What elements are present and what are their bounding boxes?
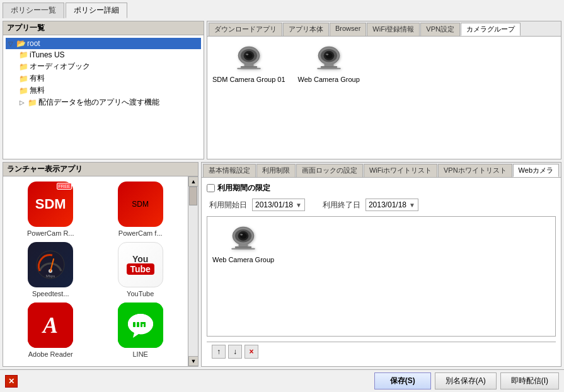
svg-rect-25 (137, 322, 139, 327)
footer: ✕ 保存(S) 別名保存(A) 即時配信(I) (0, 369, 564, 392)
start-date-input[interactable]: 2013/01/18 ▼ (252, 199, 305, 211)
tree-label-root: root (27, 39, 40, 48)
detail-tab-usage[interactable]: 利用制限 (256, 164, 296, 177)
folder-icon-itunes (18, 50, 28, 60)
move-up-button[interactable]: ↑ (212, 345, 226, 359)
svg-rect-28 (144, 322, 146, 327)
tab-camera-group[interactable]: カメラグループ (461, 23, 521, 36)
tab-wifi-info[interactable]: WiFi登録情報 (367, 23, 420, 36)
webcam-action-bar: ↑ ↓ × (207, 342, 556, 361)
detail-tab-webcam[interactable]: Webカメラ (513, 164, 559, 177)
app-item-line[interactable]: LINE (98, 303, 182, 358)
tab-browser[interactable]: Browser (330, 23, 366, 36)
launcher-title: ランチャー表示アプリ (3, 163, 198, 176)
detail-tab-screen-lock[interactable]: 画面ロックの設定 (296, 164, 363, 177)
app-icon-line (118, 303, 163, 348)
usage-restriction-checkbox[interactable] (207, 184, 215, 192)
send-button[interactable]: 即時配信(I) (500, 372, 559, 389)
scroll-up-arrow[interactable]: ▲ (188, 176, 198, 187)
app-item-powercam-f[interactable]: SDM PowerCam f... (98, 182, 182, 237)
close-red-button[interactable]: ✕ (5, 375, 18, 388)
svg-rect-5 (244, 64, 253, 66)
tab-policy-list[interactable]: ポリシー一覧 (3, 3, 64, 18)
start-date-value: 2013/01/18 (255, 200, 293, 209)
tab-policy-detail[interactable]: ポリシー詳細 (66, 3, 127, 18)
bottom-section: ランチャー表示アプリ FREE SDM PowerCam R... (3, 162, 561, 367)
tree-children-root: iTunes US オーディオブック 有料 無料 (6, 49, 201, 108)
app-name-powercam-r: PowerCam R... (27, 229, 74, 237)
folder-icon-paid (18, 74, 28, 84)
save-as-button[interactable]: 別名保存(A) (435, 372, 497, 389)
launcher-panel: ランチャー表示アプリ FREE SDM PowerCam R... (3, 162, 199, 367)
tree-item-paid[interactable]: 有料 (17, 72, 201, 84)
app-item-speedtest[interactable]: Mbps Speedtest... (8, 242, 93, 297)
svg-rect-36 (231, 248, 255, 250)
app-item-powercam-r[interactable]: FREE SDM PowerCam R... (8, 182, 93, 237)
tree-item-free[interactable]: 無料 (17, 84, 201, 96)
webcam-camera-group-item[interactable]: Web Camera Group (212, 222, 274, 331)
app-icon-powercam-r: FREE SDM (28, 182, 73, 227)
save-button[interactable]: 保存(S) (374, 372, 431, 389)
svg-point-12 (326, 54, 328, 55)
end-date-input[interactable]: 2013/01/18 ▼ (365, 199, 418, 211)
folder-open-icon-root (16, 38, 26, 49)
start-date-dropdown-icon[interactable]: ▼ (296, 202, 302, 209)
app-item-youtube[interactable]: You Tube YouTube (98, 242, 182, 297)
camera-groups-content: SDM Camera Group 01 (207, 37, 561, 159)
tree-item-root[interactable]: ▽ root (6, 38, 201, 49)
usage-restriction-label: 利用期間の限定 (217, 183, 270, 193)
camera-icon-sdm01 (230, 42, 268, 73)
end-date-dropdown-icon[interactable]: ▼ (409, 202, 415, 209)
detail-tab-basic[interactable]: 基本情報設定 (203, 164, 256, 177)
tree-item-audiobook[interactable]: オーディオブック (17, 61, 201, 72)
tree-label-paid: 有料 (30, 73, 45, 84)
camera-group-sdm01[interactable]: SDM Camera Group 01 (212, 42, 285, 154)
app-list-panel: アプリ一覧 ▽ root iTunes US (3, 21, 204, 159)
detail-tab-vpn-whitelist[interactable]: VPNホワイトリスト (438, 164, 512, 177)
folder-icon-free (18, 86, 28, 96)
app-icon-adobe: A (28, 303, 73, 348)
webcam-detail-content: 利用期間の限定 利用開始日 2013/01/18 ▼ 利用終了日 2013/01… (202, 178, 561, 366)
app-icon-powercam-f: SDM (118, 182, 163, 227)
app-name-powercam-f: PowerCam f... (118, 229, 163, 237)
tab-download-app[interactable]: ダウンロードアプリ (209, 23, 282, 36)
tab-vpn-settings[interactable]: VPN設定 (420, 23, 460, 36)
tree-item-itunes[interactable]: iTunes US (17, 49, 201, 61)
tree-label-free: 無料 (30, 85, 45, 96)
tree-content: ▽ root iTunes US オーディオブック (3, 35, 204, 159)
scroll-track (188, 205, 198, 356)
tree-item-distribute[interactable]: ▷ 配信データを他のアプリへ渡す機能 (17, 96, 201, 108)
usage-restriction-row: 利用期間の限定 (207, 183, 556, 193)
app-icon-speedtest: Mbps (28, 242, 73, 287)
expand-icon-root: ▽ (7, 40, 14, 47)
svg-rect-24 (133, 322, 135, 327)
webcam-camera-list: Web Camera Group (207, 216, 556, 337)
camera-label-sdm01: SDM Camera Group 01 (212, 76, 285, 83)
expand-icon-distribute: ▷ (18, 99, 26, 107)
footer-left: ✕ (5, 375, 369, 388)
svg-rect-14 (321, 66, 337, 68)
folder-icon-audiobook (18, 62, 28, 72)
app-list-title: アプリ一覧 (3, 21, 204, 35)
content-area: アプリ一覧 ▽ root iTunes US (0, 18, 564, 369)
app-name-adobe: Adobe Reader (28, 350, 73, 358)
tree-label-itunes: iTunes US (30, 50, 65, 59)
top-section: アプリ一覧 ▽ root iTunes US (3, 21, 561, 159)
app-name-youtube: YouTube (127, 290, 154, 297)
move-down-button[interactable]: ↓ (228, 345, 242, 359)
svg-rect-7 (237, 68, 260, 69)
svg-rect-6 (241, 66, 257, 68)
camera-icon-web (310, 42, 348, 73)
scroll-thumb[interactable] (189, 187, 197, 205)
upper-right-panel: ダウンロードアプリ アプリ本体 Browser WiFi登録情報 VPN設定 カ… (207, 21, 561, 159)
top-tab-bar: ポリシー一覧 ポリシー詳細 (0, 0, 564, 18)
detail-tab-wifi-whitelist[interactable]: WiFiホワイトリスト (364, 164, 437, 177)
delete-button[interactable]: × (245, 345, 258, 359)
free-badge-powercam-r: FREE (57, 183, 72, 190)
app-grid-container: FREE SDM PowerCam R... SDM PowerCam (3, 176, 188, 366)
scroll-down-arrow[interactable]: ▼ (188, 356, 198, 366)
camera-group-web[interactable]: Web Camera Group (298, 42, 360, 154)
start-date-label: 利用開始日 (209, 200, 247, 210)
app-item-adobe[interactable]: A Adobe Reader (8, 303, 93, 358)
tab-app-body[interactable]: アプリ本体 (283, 23, 329, 36)
